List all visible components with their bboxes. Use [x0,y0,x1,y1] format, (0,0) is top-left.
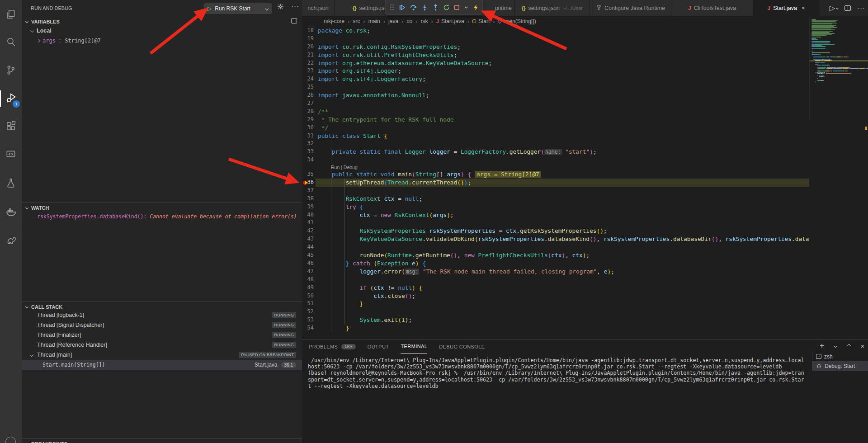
more-actions-icon[interactable]: ··· [291,2,299,9]
breadcrumb-item[interactable]: JStart.java [436,18,464,24]
tab-clitoolstest-java[interactable]: JCliToolsTest.java [671,0,753,16]
variable-value: : String[2]@7 [58,38,101,44]
tab-settings-json[interactable]: {}settings.json~/.../User [515,0,590,16]
activity-bar-item-remote-explorer[interactable] [0,145,22,166]
chevron-down-icon[interactable] [832,342,839,349]
stop-dropdown-icon[interactable] [464,3,469,11]
code-text: } [318,324,349,332]
watch-section-header[interactable]: WATCH [22,203,302,212]
watch-expression: rskSystemProperties.databaseKind(): [37,213,150,220]
code-line-29: 29 * The entrypoint for the RSK full nod… [302,116,809,124]
breadcrumb-item[interactable]: rsk [420,18,428,24]
code-text: import javax.annotation.Nonnull; [318,91,429,99]
close-panel-icon[interactable]: × [859,342,866,349]
activity-bar-item-run-and-debug[interactable]: 1 [0,88,22,109]
breadcrumb-item[interactable]: rskj-core [324,18,344,24]
breadcrumb-item[interactable]: Start [472,18,490,24]
call-stack-frame[interactable]: Start.main(String[])Start.java36:1 [22,360,302,370]
code-text: KeyValueDataSource.validateDbKind(rskSys… [318,235,809,243]
code-text: import co.rsk.config.RskSystemProperties… [318,43,461,51]
gear-icon[interactable] [277,3,284,12]
more-actions-icon[interactable]: ··· [857,4,865,12]
breadcrumb-item[interactable]: java [388,18,398,24]
line-number: 38 [302,195,314,203]
breadcrumb-separator: › [431,18,433,25]
panel-tab-problems[interactable]: PROBLEMS1K+ [309,339,356,353]
run-configuration-dropdown[interactable]: ▷ Run RSK Start [204,3,272,14]
restart-icon[interactable] [443,3,450,11]
chevron-down-icon [25,20,28,23]
panel-tab-terminal[interactable]: TERMINAL [401,339,427,353]
code-line-43: 43 KeyValueDataSource.validateDbKind(rsk… [302,235,809,243]
line-number: 18 [302,27,314,35]
hot-code-replace-icon[interactable] [473,3,479,11]
minimap[interactable] [809,16,868,120]
tab-nch-json[interactable]: nch.json [302,0,335,16]
code-text: System.exit(1); [318,316,412,324]
docker-icon [5,205,17,219]
breadcrumb-separator: › [401,18,403,25]
run-file-button[interactable]: ▷ [830,4,838,12]
thread-name: Thread [Reference Handler] [37,342,302,348]
maximize-panel-icon[interactable] [845,342,853,349]
terminal-list-item-zsh[interactable]: ›zsh [812,352,868,361]
breadcrumb-label: Start.java [441,18,464,24]
codelens-run-debug[interactable]: Run | Debug [302,164,809,170]
stop-icon[interactable] [454,3,460,11]
terminal-line: t --regtest -Xkeyvalue.datasource=leveld… [308,383,811,389]
watch-expression-row[interactable]: rskSystemProperties.databaseKind(): Cann… [37,213,297,220]
variables-section-header[interactable]: VARIABLES [22,17,302,26]
drag-grip-icon[interactable] [389,3,395,11]
breadcrumb-item[interactable]: co [406,18,412,24]
line-number: 31 [302,132,314,140]
code-line-54: 54 } [302,324,809,332]
step-over-icon[interactable] [410,3,417,11]
line-number: 22 [302,59,314,67]
code-line-24: 24import org.slf4j.LoggerFactory; [302,75,809,83]
code-line-50: 50 ctx.close(); [302,292,809,300]
code-text: ctx.close(); [318,292,415,300]
breadcrumb-item[interactable]: main(String[]) [498,18,536,24]
call-stack-thread[interactable]: Thread [main]PAUSED ON BREAKPOINT [22,350,302,360]
breakpoints-section-header[interactable]: BREAKPOINTS [22,439,302,443]
activity-bar-item-explorer[interactable] [0,5,22,26]
activity-bar-item-docker[interactable] [0,201,22,223]
code-line-41: 41 [302,219,809,227]
variables-scope-local[interactable]: Local [31,28,52,34]
code-text: public static void main(String[] args) {… [318,170,541,179]
new-terminal-icon[interactable]: + [818,342,826,349]
call-stack-thread[interactable]: Thread [logback-1]RUNNING [22,310,302,320]
terminal-list-item-debug-start[interactable]: Debug: Start [812,361,868,371]
code-line-42: 42 RskSystemProperties rskSystemProperti… [302,227,809,235]
call-stack-thread[interactable]: Thread [Finalizer]RUNNING [22,330,302,340]
activity-bar-item-source-control[interactable] [0,60,22,82]
tab-start-java[interactable]: JStart.java× [753,0,820,16]
remote-explorer-icon [5,149,17,162]
step-out-icon[interactable] [432,3,439,11]
terminal-output[interactable]: /usr/bin/env /Library/Internet\ Plug-Ins… [308,357,811,389]
code-line-22: 22import org.ethereum.datasource.KeyValu… [302,59,809,67]
activity-bar-item-extensions[interactable] [0,116,22,138]
code-text: private static final Logger logger = Log… [318,148,597,156]
breadcrumb-item[interactable]: src [353,18,360,24]
activity-bar-item-search[interactable] [0,32,22,54]
call-stack-thread[interactable]: Thread [Signal Dispatcher]RUNNING [22,320,302,330]
code-line-39: 39 try { [302,203,809,211]
continue-icon[interactable] [399,3,406,11]
line-number: 39 [302,203,314,211]
step-into-icon[interactable] [421,3,428,11]
line-number: 25 [302,83,314,91]
code-line-18: 18package co.rsk; [302,27,809,35]
activity-bar-item-gradle[interactable] [0,230,22,251]
breadcrumb-item[interactable]: main [368,18,380,24]
panel-tab-debug-console[interactable]: DEBUG CONSOLE [439,339,485,353]
variable-row[interactable]: args: String[2]@7 [37,38,101,44]
code-editor[interactable]: 18package co.rsk;1920import co.rsk.confi… [302,27,809,339]
panel-tab-output[interactable]: OUTPUT [368,339,389,353]
call-stack-thread[interactable]: Thread [Reference Handler]RUNNING [22,340,302,350]
split-editor-icon[interactable] [844,5,851,11]
tab-configure-java-runtime[interactable]: Configure Java Runtime [590,0,671,16]
breadcrumb-label: rsk [420,18,428,24]
close-icon[interactable]: × [802,5,805,11]
activity-bar-item-testing[interactable] [0,173,22,195]
